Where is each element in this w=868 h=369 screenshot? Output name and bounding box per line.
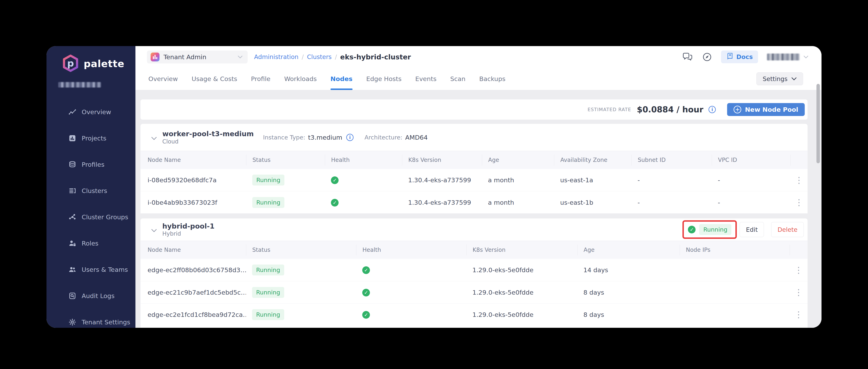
docs-label: Docs <box>736 53 753 60</box>
sidebar-item-projects[interactable]: Projects <box>46 125 135 151</box>
gear-icon <box>68 318 77 327</box>
sidebar-item-label: Clusters <box>82 187 107 194</box>
col-age: Age <box>577 245 680 255</box>
sidebar-nav: Overview Projects <box>46 99 135 328</box>
breadcrumb-current-cluster: eks-hybrid-cluster <box>340 53 411 61</box>
row-menu-kebab-icon[interactable]: ⋮ <box>789 310 808 319</box>
col-health: Health <box>356 245 466 255</box>
estimated-rate-value: $0.0884 / hour <box>637 105 704 114</box>
collapse-chevron-icon[interactable] <box>151 228 157 233</box>
table-row: i-08ed59320e68dfc7a Running ✓ 1.30.4-eks… <box>141 169 808 191</box>
status-badge: Running <box>252 265 284 275</box>
sidebar-item-label: Audit Logs <box>82 292 115 300</box>
row-menu-kebab-icon[interactable]: ⋮ <box>790 175 808 185</box>
breadcrumb-separator: / <box>335 53 337 60</box>
table-row: edge-ec21c9b7aef1dc5ebd5c… Running ✓ 1.2… <box>141 281 808 303</box>
tab-events[interactable]: Events <box>415 68 436 90</box>
info-icon[interactable]: i <box>709 106 716 113</box>
node-name: edge-ec2e1fcd1cf8bea9d72ca… <box>141 311 246 318</box>
status-badge: Running <box>252 175 284 185</box>
chat-feedback-icon[interactable] <box>682 52 693 62</box>
sidebar-item-label: Profiles <box>82 161 104 168</box>
svg-text:p: p <box>67 58 74 69</box>
worker-pool-header: worker-pool-t3-medium Cloud Instance Typ… <box>141 124 808 151</box>
pool-meta: Instance Type: t3.medium i Architecture:… <box>263 134 428 141</box>
breadcrumb-administration[interactable]: Administration <box>254 53 299 60</box>
pool-status-badge: Running <box>699 224 731 235</box>
docs-button[interactable]: Docs <box>721 51 758 63</box>
sidebar-item-users-teams[interactable]: Users & Teams <box>46 256 135 283</box>
collapse-chevron-icon[interactable] <box>151 136 157 141</box>
tenant-scope-icon <box>151 53 159 61</box>
estimated-rate-label: ESTIMATED RATE <box>588 107 631 112</box>
sidebar-item-cluster-groups[interactable]: Cluster Groups <box>46 204 135 230</box>
username-redacted <box>767 54 800 60</box>
edit-button[interactable]: Edit <box>740 222 764 237</box>
table-row: i-0be4ab9b33673023f Running ✓ 1.30.4-eks… <box>141 191 808 213</box>
tab-profile[interactable]: Profile <box>251 68 271 90</box>
logo-text: palette <box>84 58 124 69</box>
sidebar-item-clusters[interactable]: Clusters <box>46 178 135 204</box>
sidebar-item-label: Overview <box>82 108 111 116</box>
status-badge: Running <box>252 287 284 298</box>
k8s-version: 1.29.0-eks-5e0fdde <box>466 289 577 296</box>
tab-nodes[interactable]: Nodes <box>331 68 352 90</box>
row-menu-kebab-icon[interactable]: ⋮ <box>789 287 808 297</box>
layers-icon <box>68 160 77 169</box>
chevron-down-icon <box>791 77 797 81</box>
subnet-id: - <box>631 199 712 206</box>
cluster-tabs: Overview Usage & Costs Profile Workloads… <box>148 68 505 90</box>
delete-button[interactable]: Delete <box>771 222 804 237</box>
tab-overview[interactable]: Overview <box>148 68 178 90</box>
running-status-highlight-box: ✓ Running <box>682 220 737 239</box>
col-age: Age <box>482 155 554 165</box>
hybrid-pool-card: hybrid-pool-1 Hybrid ✓ Running Edit Dele… <box>141 218 808 328</box>
age: 8 days <box>577 311 680 318</box>
sidebar-item-overview[interactable]: Overview <box>46 99 135 125</box>
palette-logo-icon: p <box>62 55 79 73</box>
scrollbar-thumb[interactable] <box>816 84 820 163</box>
health-check-icon: ✓ <box>362 289 370 297</box>
bar-chart-icon <box>68 134 77 143</box>
logo: p palette <box>46 46 135 73</box>
tab-scan[interactable]: Scan <box>450 68 465 90</box>
availability-zone: us-east-1b <box>554 199 631 206</box>
info-icon[interactable]: i <box>346 134 353 141</box>
users-icon <box>68 265 77 274</box>
scope-selector[interactable]: Tenant Admin <box>147 51 248 63</box>
sidebar-item-profiles[interactable]: Profiles <box>46 151 135 178</box>
hybrid-pool-header: hybrid-pool-1 Hybrid ✓ Running Edit Dele… <box>141 218 808 241</box>
app-window: p palette Overview <box>46 46 822 328</box>
k8s-version: 1.30.4-eks-a737599 <box>402 199 482 206</box>
k8s-version: 1.29.0-eks-5e0fdde <box>466 311 577 318</box>
node-name: i-08ed59320e68dfc7a <box>141 177 246 184</box>
node-name: i-0be4ab9b33673023f <box>141 199 246 206</box>
sidebar-item-label: Cluster Groups <box>82 213 128 221</box>
sidebar-item-audit-logs[interactable]: Audit Logs <box>46 283 135 309</box>
tab-edge-hosts[interactable]: Edge Hosts <box>366 68 402 90</box>
row-menu-kebab-icon[interactable]: ⋮ <box>790 197 808 207</box>
new-node-pool-button[interactable]: + New Node Pool <box>727 103 805 116</box>
compass-icon[interactable] <box>702 52 712 62</box>
health-check-icon: ✓ <box>331 177 339 184</box>
k8s-version: 1.30.4-eks-a737599 <box>402 177 482 184</box>
user-menu[interactable] <box>767 54 809 60</box>
sidebar-item-tenant-settings[interactable]: Tenant Settings <box>46 309 135 328</box>
architecture-value: AMD64 <box>405 134 428 141</box>
age: 8 days <box>577 289 680 296</box>
col-node-ips: Node IPs <box>680 245 789 255</box>
pool-kind: Hybrid <box>162 230 215 237</box>
list-icon <box>68 186 77 195</box>
col-availability-zone: Availability Zone <box>554 155 631 165</box>
breadcrumb-clusters[interactable]: Clusters <box>307 53 332 60</box>
tab-workloads[interactable]: Workloads <box>284 68 317 90</box>
pool-name: hybrid-pool-1 <box>162 222 215 230</box>
settings-button[interactable]: Settings <box>756 72 803 85</box>
sidebar-item-label: Projects <box>82 134 106 142</box>
tab-usage-costs[interactable]: Usage & Costs <box>192 68 237 90</box>
tab-backups[interactable]: Backups <box>479 68 505 90</box>
subnet-id: - <box>631 177 712 184</box>
worker-pool-card: worker-pool-t3-medium Cloud Instance Typ… <box>141 124 808 213</box>
sidebar-item-roles[interactable]: Roles <box>46 230 135 256</box>
row-menu-kebab-icon[interactable]: ⋮ <box>789 265 808 275</box>
